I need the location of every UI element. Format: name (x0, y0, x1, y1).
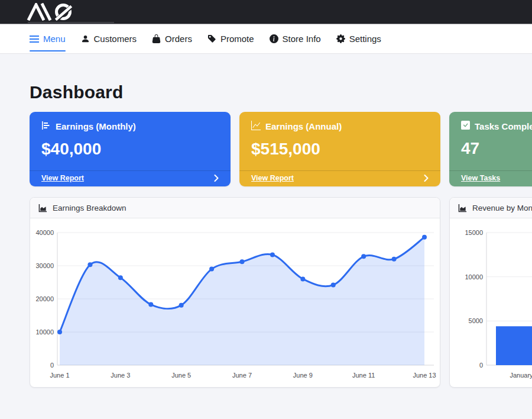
svg-text:15000: 15000 (465, 229, 483, 236)
nav-item-label: Orders (165, 34, 192, 44)
stat-card-value: $515,000 (251, 140, 429, 159)
nav-item-promote[interactable]: Promote (207, 24, 254, 53)
stat-footer-label: View Tasks (461, 174, 500, 182)
earnings-monthly-card: Earnings (Monthly) $40,000 View Report (30, 112, 231, 186)
svg-text:June 9: June 9 (293, 372, 313, 379)
nav-item-customers[interactable]: Customers (81, 24, 137, 53)
earnings-breakdown-panel: Earnings Breakdown 010000200003000040000… (30, 197, 440, 388)
check-square-icon (461, 121, 470, 131)
logo-underline (28, 22, 114, 23)
top-app-bar (0, 0, 532, 24)
chevron-right-icon (424, 175, 429, 182)
earnings-breakdown-chart: 010000200003000040000June 1June 3June 5J… (37, 224, 434, 383)
person-icon (81, 34, 90, 43)
svg-text:10000: 10000 (465, 273, 483, 281)
nav-item-label: Settings (349, 34, 381, 44)
hamburger-icon (30, 35, 39, 43)
svg-text:0: 0 (479, 362, 483, 369)
main-content: Dashboard Earnings (Monthly) $40,000 Vie… (0, 82, 532, 388)
view-report-link[interactable]: View Report (239, 170, 440, 186)
svg-text:5000: 5000 (469, 317, 483, 324)
stat-card-title: Tasks Completed (475, 121, 532, 131)
chart-area-icon (458, 204, 467, 212)
tag-icon (207, 34, 216, 43)
stat-footer-label: View Report (41, 174, 84, 182)
svg-text:June 13: June 13 (413, 372, 436, 379)
nav-item-menu[interactable]: Menu (30, 24, 66, 53)
stat-footer-label: View Report (251, 174, 294, 182)
info-icon (270, 34, 278, 43)
view-tasks-link[interactable]: View Tasks (449, 170, 532, 186)
charts-row: Earnings Breakdown 010000200003000040000… (30, 197, 532, 388)
page-title: Dashboard (30, 82, 532, 102)
stat-card-title: Earnings (Annual) (265, 121, 342, 131)
svg-text:January: January (510, 372, 532, 379)
bar-chart-icon (41, 121, 51, 132)
svg-text:June 5: June 5 (171, 372, 191, 379)
gear-icon (336, 34, 345, 43)
stat-cards-row: Earnings (Monthly) $40,000 View Report E… (30, 112, 532, 186)
aq-logo[interactable] (27, 3, 81, 23)
tasks-completed-card: Tasks Completed 47 View Tasks (449, 112, 532, 186)
svg-text:0: 0 (50, 362, 54, 369)
nav-item-orders[interactable]: Orders (152, 24, 192, 53)
svg-text:20000: 20000 (35, 295, 54, 302)
nav-item-label: Promote (220, 34, 254, 44)
svg-text:June 11: June 11 (352, 372, 375, 379)
earnings-annual-card: Earnings (Annual) $515,000 View Report (239, 112, 440, 186)
svg-text:10000: 10000 (35, 328, 54, 336)
panel-title: Revenue by Month (472, 204, 532, 212)
chevron-right-icon (214, 175, 219, 182)
revenue-by-month-panel: Revenue by Month 050001000015000January (449, 197, 532, 388)
revenue-by-month-chart: 050001000015000January (457, 224, 532, 383)
nav-item-store-info[interactable]: Store Info (270, 24, 321, 53)
nav-item-label: Customers (94, 34, 137, 44)
stat-card-value: $40,000 (41, 140, 219, 159)
svg-text:June 3: June 3 (111, 372, 130, 379)
nav-item-label: Store Info (283, 34, 321, 44)
stat-card-value: 47 (461, 139, 532, 158)
svg-text:40000: 40000 (35, 229, 54, 236)
nav-item-label: Menu (43, 34, 66, 44)
line-chart-icon (251, 121, 261, 132)
svg-text:June 7: June 7 (232, 372, 252, 379)
svg-text:June 1: June 1 (50, 372, 69, 379)
panel-title: Earnings Breakdown (53, 204, 126, 212)
nav-item-settings[interactable]: Settings (336, 24, 381, 53)
shopping-bag-icon (152, 34, 161, 43)
stat-card-title: Earnings (Monthly) (56, 121, 136, 131)
chart-area-icon (38, 204, 47, 212)
view-report-link[interactable]: View Report (30, 170, 231, 186)
svg-text:30000: 30000 (35, 262, 54, 269)
main-navbar: Menu Customers Orders Promote Store Info… (0, 24, 532, 54)
